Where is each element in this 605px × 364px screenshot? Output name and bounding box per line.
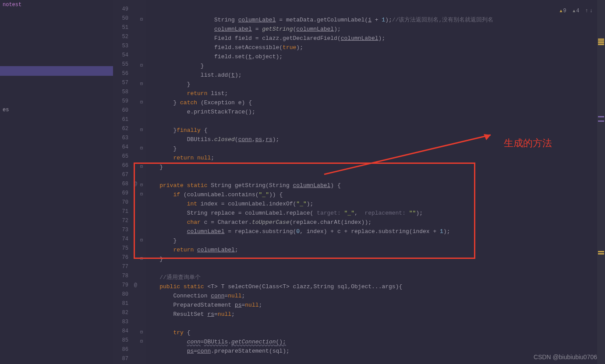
code-line[interactable]: }finally { — [146, 126, 207, 135]
line-number: 50 — [116, 15, 128, 21]
code-line[interactable]: field.setAccessible(true); — [146, 43, 303, 52]
line-number: 83 — [116, 319, 128, 325]
code-line[interactable]: return null; — [146, 153, 214, 163]
marker[interactable] — [598, 251, 604, 252]
line-number: 68 — [116, 181, 128, 187]
warning-count: 9 — [563, 8, 566, 14]
code-line[interactable]: DBUtils.closed(conn,ps,rs); — [146, 135, 279, 144]
line-number: 56 — [116, 71, 128, 77]
line-number: 82 — [116, 310, 128, 316]
line-number: 61 — [116, 117, 128, 123]
fold-toggle-icon[interactable]: ⊟ — [139, 339, 144, 344]
line-number: 72 — [116, 218, 128, 224]
line-number: 81 — [116, 300, 128, 307]
sidebar-item-notest[interactable]: notest — [0, 0, 113, 10]
line-number: 55 — [116, 61, 128, 67]
marker[interactable] — [598, 40, 604, 42]
nav-next-icon[interactable]: ↓ — [590, 8, 593, 14]
code-line[interactable]: columnLabel = getString(columnLabel); — [146, 25, 341, 34]
code-line[interactable]: conn=DBUtils.getConnection(); — [146, 337, 286, 346]
line-number: 60 — [116, 107, 128, 113]
marker[interactable] — [598, 253, 604, 254]
line-number: 87 — [116, 356, 128, 362]
project-sidebar[interactable]: notest es — [0, 0, 113, 364]
line-number: 78 — [116, 273, 128, 279]
line-number: 73 — [116, 227, 128, 233]
fold-toggle-icon[interactable]: ⊟ — [139, 146, 144, 151]
marker[interactable] — [598, 120, 604, 122]
line-number: 54 — [116, 52, 128, 58]
line-number: 67 — [116, 172, 128, 178]
code-line[interactable]: list.add(t); — [146, 71, 242, 80]
line-number: 59 — [116, 98, 128, 104]
line-number: 75 — [116, 245, 128, 251]
line-number: 80 — [116, 291, 128, 297]
line-number: 84 — [116, 328, 128, 334]
weak-warning-icon — [573, 8, 576, 14]
line-number: 77 — [116, 264, 128, 270]
annotation-text: 生成的方法 — [504, 137, 552, 150]
code-line[interactable]: e.printStackTrace(); — [146, 107, 255, 117]
code-line[interactable]: } — [146, 61, 204, 71]
nav-prev-icon[interactable]: ↑ — [585, 8, 588, 14]
line-number: 70 — [116, 199, 128, 205]
sidebar-item-selected[interactable] — [0, 66, 113, 76]
line-number: 66 — [116, 163, 128, 169]
marker[interactable] — [598, 42, 604, 43]
marker[interactable] — [598, 39, 604, 40]
line-number: 62 — [116, 126, 128, 132]
line-number: 76 — [116, 254, 128, 261]
line-number: 49 — [116, 6, 128, 12]
code-line[interactable]: Field field = clazz.getDeclaredField(col… — [146, 34, 385, 43]
code-line[interactable]: ps=conn.prepareStatement(sql); — [146, 346, 290, 356]
fold-toggle-icon[interactable]: ⊟ — [139, 81, 144, 87]
line-number: 63 — [116, 135, 128, 141]
fold-toggle-icon[interactable]: ⊟ — [139, 330, 144, 335]
fold-toggle-icon[interactable]: ⊟ — [139, 17, 144, 22]
fold-toggle-icon[interactable]: ⊟ — [139, 63, 144, 68]
line-number: 65 — [116, 153, 128, 159]
fold-toggle-icon[interactable]: ⊟ — [139, 127, 144, 133]
watermark: CSDN @biubiubiu0706 — [534, 353, 597, 360]
sidebar-item-4[interactable] — [0, 124, 113, 133]
code-line[interactable]: } — [146, 80, 190, 89]
marker-strip[interactable] — [597, 0, 605, 364]
code-line[interactable]: public static <T> T selectOne(Class<T> c… — [146, 282, 402, 291]
code-line[interactable]: PreparedStatement ps=null; — [146, 300, 262, 310]
weak-warning-count: 4 — [576, 8, 579, 14]
line-number: 74 — [116, 236, 128, 242]
line-number: 71 — [116, 209, 128, 215]
code-line[interactable]: //通用查询单个 — [146, 273, 201, 282]
code-line[interactable]: return list; — [146, 89, 228, 98]
line-number: 53 — [116, 43, 128, 49]
warning-icon — [560, 8, 563, 14]
line-number: 85 — [116, 337, 128, 343]
code-line[interactable]: String columnLabel = metaData.getColumnL… — [146, 15, 493, 25]
code-line[interactable]: field.set(t,object); — [146, 52, 283, 61]
line-number: 64 — [116, 144, 128, 150]
code-line[interactable] — [146, 6, 214, 15]
line-number: 51 — [116, 25, 128, 31]
fold-toggle-icon[interactable]: ⊟ — [139, 100, 144, 105]
line-number: 69 — [116, 190, 128, 196]
marker[interactable] — [598, 116, 604, 117]
sidebar-item-es[interactable]: es — [0, 105, 113, 115]
line-number: 58 — [116, 89, 128, 95]
inspection-summary[interactable]: 9 4 ↑↓ — [560, 8, 593, 14]
code-line[interactable]: } catch (Exception e) { — [146, 98, 252, 107]
code-line[interactable]: } — [146, 144, 177, 153]
marker[interactable] — [598, 44, 604, 45]
annotation-box — [134, 163, 475, 259]
line-number: 79 — [116, 282, 128, 288]
code-line[interactable]: ResultSet rs=null; — [146, 310, 235, 319]
line-number: 52 — [116, 34, 128, 40]
line-number: 86 — [116, 346, 128, 353]
code-line[interactable]: try { — [146, 328, 190, 337]
gutter-glyph: @ — [134, 282, 137, 288]
line-number: 57 — [116, 80, 128, 86]
code-line[interactable]: Connection conn=null; — [146, 291, 245, 300]
